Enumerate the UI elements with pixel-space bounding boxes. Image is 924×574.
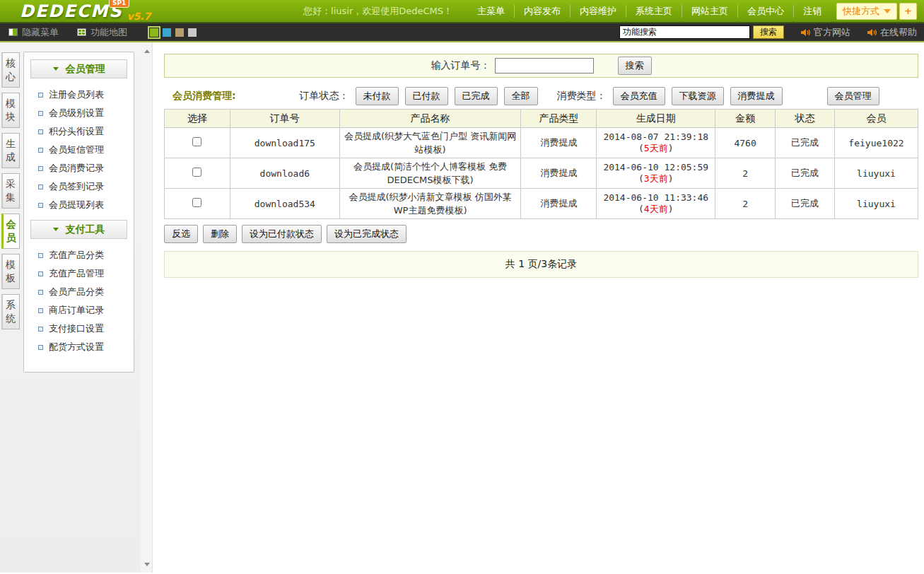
col-type: 产品类型 [521, 110, 597, 128]
bullet-icon [38, 203, 43, 208]
bullet-icon [38, 253, 43, 258]
order-status-label: 订单状态： [300, 90, 349, 102]
filter-commission-button[interactable]: 消费提成 [730, 87, 783, 105]
days-ago: 5天前 [644, 143, 668, 153]
section-member-manage[interactable]: 会员管理 [30, 59, 127, 78]
hide-menu-button[interactable]: 隐藏菜单 [8, 26, 59, 39]
menu-member-center[interactable]: 会员中心 [738, 5, 794, 18]
scroll-down-arrow[interactable] [141, 558, 153, 570]
hide-menu-label: 隐藏菜单 [22, 26, 59, 39]
order-number-input[interactable] [495, 58, 594, 74]
official-site-link[interactable]: 官方网站 [801, 26, 850, 39]
theme-swatch-blue[interactable] [163, 28, 171, 37]
function-map-button[interactable]: 功能地图 [77, 26, 127, 39]
sidebar-item-member-product-category[interactable]: 会员产品分类 [30, 283, 127, 301]
consume-records-table: 选择 订单号 产品名称 产品类型 生成日期 金额 状态 会员 download1… [164, 109, 918, 219]
sidebar-item-shop-orders[interactable]: 商店订单记录 [30, 301, 127, 320]
col-select: 选择 [165, 110, 230, 128]
menu-content-maintain[interactable]: 内容维护 [571, 5, 626, 18]
bullet-icon [38, 93, 43, 98]
version-label: v5.7 [127, 11, 151, 22]
chevron-down-icon [53, 67, 59, 71]
module-tabs: 核心 模块 生成 采集 会员 模板 系统 [1, 52, 21, 334]
filter-unpaid-button[interactable]: 未付款 [356, 87, 399, 105]
filter-completed-button[interactable]: 已完成 [455, 87, 498, 105]
chevron-down-icon [884, 9, 891, 13]
filter-paid-button[interactable]: 已付款 [405, 87, 448, 105]
filter-recharge-button[interactable]: 会员充值 [613, 87, 665, 105]
menu-site-home[interactable]: 网站主页 [682, 5, 738, 18]
bullet-icon [38, 166, 43, 171]
sidebar-item-member-message[interactable]: 会员短信管理 [30, 141, 127, 159]
top-header: DEDECMS SP1 v5.7 您好：liusir，欢迎使用DedeCMS！ … [0, 0, 924, 23]
section-pay-tools[interactable]: 支付工具 [30, 220, 127, 239]
consume-type-label: 消费类型： [557, 90, 607, 102]
set-completed-button[interactable]: 设为已完成状态 [327, 225, 407, 243]
invert-select-button[interactable]: 反选 [164, 225, 198, 243]
function-search-input[interactable] [619, 25, 750, 39]
sidebar-item-recharge-manage[interactable]: 充值产品管理 [30, 264, 127, 283]
days-ago: 4天前 [644, 204, 668, 214]
sidebar-item-delivery-setting[interactable]: 配货方式设置 [30, 338, 127, 356]
sidebar-menu-panel: 会员管理 注册会员列表 会员级别设置 积分头衔设置 会员短信管理 会员消费记录 … [23, 52, 134, 373]
sidebar-item-member-signin[interactable]: 会员签到记录 [30, 177, 127, 196]
table-row: download6 会员提成(简洁个性个人博客模板 免费DEDECMS模板下载)… [165, 158, 918, 189]
table-row: download175 会员提成(织梦大气蓝色门户型 资讯新闻网站模板) 消费提… [165, 128, 918, 158]
online-help-link[interactable]: 在线帮助 [867, 26, 917, 39]
amount-cell: 4760 [715, 128, 776, 158]
theme-swatch-gray[interactable] [188, 28, 197, 37]
sidebar-item-member-withdraw[interactable]: 会员提现列表 [30, 196, 127, 214]
set-paid-button[interactable]: 设为已付款状态 [242, 225, 322, 243]
speaker-icon [801, 28, 810, 37]
tab-generate[interactable]: 生成 [1, 133, 20, 168]
tab-collect[interactable]: 采集 [1, 173, 20, 209]
order-search-button[interactable]: 搜索 [618, 57, 652, 75]
tab-system[interactable]: 系统 [1, 294, 20, 329]
type-cell: 消费提成 [521, 158, 597, 189]
status-cell: 已完成 [776, 189, 835, 219]
menu-system-home[interactable]: 系统主页 [626, 5, 682, 18]
filter-download-button[interactable]: 下载资源 [672, 87, 724, 105]
member-manage-button[interactable]: 会员管理 [827, 87, 879, 105]
tab-templates[interactable]: 模板 [1, 254, 20, 289]
filter-bar: 会员消费管理: 订单状态： 未付款 已付款 已完成 全部 消费类型： 会员充值 … [164, 85, 918, 107]
type-cell: 消费提成 [521, 128, 597, 158]
theme-swatches [150, 28, 197, 37]
section-title: 会员管理 [66, 63, 105, 76]
sidebar-item-pay-interface[interactable]: 支付接口设置 [30, 320, 127, 338]
function-search-button[interactable]: 搜索 [753, 25, 784, 39]
tab-member[interactable]: 会员 [1, 213, 20, 249]
order-input-label: 输入订单号： [431, 59, 491, 72]
menu-logout[interactable]: 注销 [794, 5, 831, 18]
function-map-icon [77, 28, 86, 36]
quick-menu-button[interactable]: 快捷方式 [836, 3, 897, 20]
sidebar-item-member-consume[interactable]: 会员消费记录 [30, 159, 127, 177]
scroll-up-arrow[interactable] [141, 45, 153, 57]
vertical-scrollbar[interactable] [141, 42, 153, 573]
row-checkbox[interactable] [192, 168, 201, 177]
tab-modules[interactable]: 模块 [1, 93, 20, 128]
hide-menu-icon [8, 28, 18, 36]
tab-core[interactable]: 核心 [1, 52, 20, 88]
sidebar-item-member-level[interactable]: 会员级别设置 [30, 104, 127, 122]
menu-content-publish[interactable]: 内容发布 [515, 5, 571, 18]
delete-button[interactable]: 删除 [203, 225, 237, 243]
pagination-bar: 共 1 页/3条记录 [164, 251, 918, 278]
row-checkbox[interactable] [192, 137, 201, 146]
sidebar-item-recharge-category[interactable]: 充值产品分类 [30, 246, 127, 264]
bullet-icon [38, 184, 43, 189]
theme-swatch-green[interactable] [150, 28, 158, 37]
quick-add-button[interactable]: + [899, 3, 917, 20]
filter-all-button[interactable]: 全部 [504, 87, 538, 105]
order-no-cell: download175 [230, 128, 339, 158]
bullet-icon [38, 290, 43, 295]
page-title: 会员消费管理: [172, 90, 236, 102]
sidebar-item-score-title[interactable]: 积分头衔设置 [30, 122, 127, 141]
theme-swatch-tan[interactable] [175, 28, 184, 37]
sidebar-item-register-member-list[interactable]: 注册会员列表 [30, 86, 127, 104]
date-cell: 2014-06-10 11:33:46 (4天前) [597, 189, 715, 219]
row-checkbox[interactable] [192, 198, 201, 207]
date-cell: 2014-08-07 21:39:18 (5天前) [597, 128, 715, 158]
product-cell: 会员提成(织梦小清新文章模板 仿国外某WP主题免费模板) [339, 189, 521, 219]
menu-main[interactable]: 主菜单 [468, 5, 515, 18]
